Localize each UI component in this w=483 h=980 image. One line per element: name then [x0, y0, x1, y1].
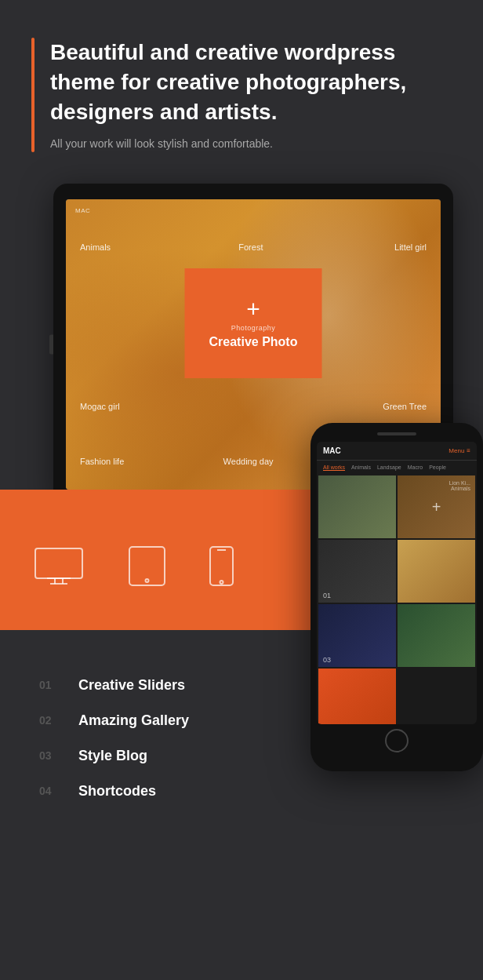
- cell-bg-green: [398, 604, 475, 667]
- svg-rect-0: [35, 548, 82, 578]
- phone-home-button: [385, 729, 409, 752]
- svg-point-6: [146, 579, 149, 582]
- accent-bar: [31, 38, 34, 152]
- tablet-side-button: [49, 335, 53, 355]
- phone-photo-grid: + Lion Ki...Animals 01 03: [317, 474, 477, 724]
- grid-cell-3: [398, 540, 475, 603]
- phone-icon: [208, 545, 235, 591]
- feature-num-2: 02: [39, 712, 63, 727]
- tablet-icon: [125, 545, 169, 591]
- label-green-tree: Green Tree: [383, 402, 427, 411]
- tablet-screen: MAC Animals Forest Littel girl Mogac gir…: [66, 199, 441, 490]
- cell-plus-icon: +: [432, 498, 441, 516]
- cell-lion-text: Lion Ki...Animals: [449, 480, 470, 491]
- orange-card-plus: +: [246, 297, 260, 321]
- tablet-frame: MAC Animals Forest Littel girl Mogac gir…: [53, 184, 453, 505]
- feature-label-2: Amazing Gallery: [78, 712, 189, 729]
- grid-cell-6: [318, 669, 396, 724]
- orange-card-category: Photography: [231, 324, 276, 332]
- label-animals: Animals: [80, 242, 111, 252]
- hero-title: Beautiful and creative wordpress theme f…: [50, 38, 452, 126]
- label-little-girl: Littel girl: [394, 242, 427, 252]
- label-wedding: Wedding day: [223, 457, 274, 466]
- tablet-nav: MAC: [75, 207, 431, 214]
- cell-number-03: 03: [323, 656, 331, 664]
- feature-label-4: Shortcodes: [78, 783, 156, 800]
- cell-bg-orange: [318, 669, 396, 724]
- orange-band: MAC Menu ≡ All works Animals Landsape Ma…: [0, 490, 483, 630]
- feature-num-4: 04: [39, 783, 63, 797]
- feature-label-1: Creative Sliders: [78, 677, 185, 694]
- cell-number-01: 01: [323, 592, 331, 599]
- orange-card: + Photography Creative Photo: [185, 268, 322, 378]
- label-forest: Forest: [238, 242, 263, 252]
- feature-label-3: Style Blog: [78, 748, 147, 764]
- monitor-icon: [31, 545, 86, 591]
- svg-point-8: [220, 581, 223, 584]
- grid-cell-4: 03: [318, 604, 396, 667]
- tablet-wrapper: MAC Animals Forest Littel girl Mogac gir…: [30, 184, 453, 505]
- grid-cell-5: [398, 604, 475, 667]
- svg-rect-7: [210, 547, 233, 585]
- feature-num-3: 03: [39, 748, 63, 762]
- orange-card-title: Creative Photo: [209, 335, 298, 349]
- feature-item-4: 04 Shortcodes: [39, 783, 444, 800]
- phone-menu-btn: Menu ≡: [448, 447, 470, 454]
- device-section: MAC Animals Forest Littel girl Mogac gir…: [0, 184, 483, 630]
- hero-subtitle: All your work will look stylish and comf…: [50, 136, 452, 152]
- label-fashion: Fashion life: [80, 457, 124, 466]
- feature-num-1: 01: [39, 677, 63, 691]
- cell-bg-cat: [398, 540, 475, 603]
- hero-text-block: Beautiful and creative wordpress theme f…: [50, 38, 452, 152]
- grid-cell-num1: 01: [318, 540, 396, 603]
- menu-lines-icon: ≡: [467, 447, 470, 454]
- hero-section: Beautiful and creative wordpress theme f…: [0, 0, 483, 184]
- tablet-logo: MAC: [75, 207, 90, 214]
- label-mogac-girl: Mogac girl: [80, 402, 120, 411]
